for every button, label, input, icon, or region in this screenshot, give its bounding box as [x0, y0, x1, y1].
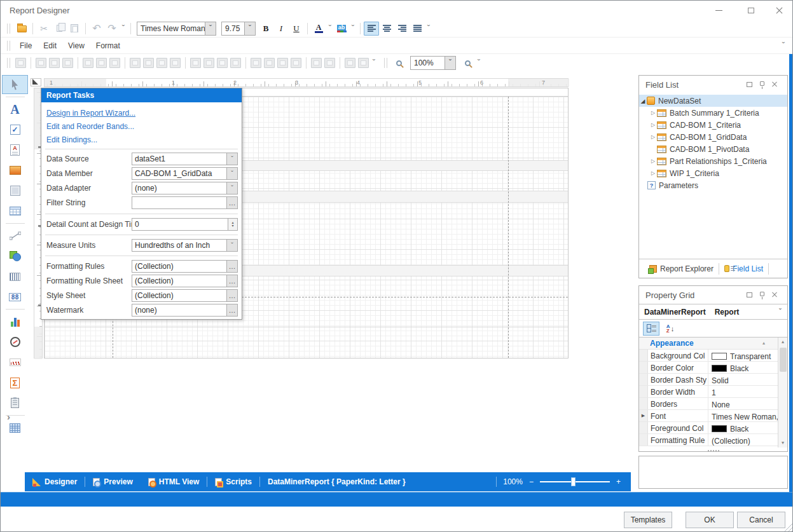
property-row[interactable]: Border Dash Sty Solid [639, 374, 778, 386]
tab-designer[interactable]: Designer [25, 472, 85, 491]
ellipsis-icon[interactable]: … [226, 275, 237, 287]
property-grid-scrollbar[interactable]: ▴ ▾ [778, 338, 787, 447]
chevron-down-icon[interactable]: ˇ [445, 57, 455, 69]
data-member-combo[interactable]: CAD-BOM 1_GridDataˇ [132, 167, 238, 180]
zoom-slider-thumb[interactable] [571, 477, 576, 486]
zoom-out-button[interactable] [391, 56, 406, 70]
toolbox-label[interactable]: A [2, 100, 28, 119]
tree-node-table[interactable]: CAD-BOM 1_PivotData [639, 143, 787, 155]
font-color-button[interactable]: A [311, 22, 326, 36]
watermark-editor[interactable]: (none)… [132, 304, 238, 317]
h-spacing-increase-icon[interactable] [203, 58, 214, 68]
style-sheet-editor[interactable]: (Collection)… [132, 289, 238, 302]
zoom-in-button[interactable] [460, 56, 475, 70]
tree-node-parameters[interactable]: ? Parameters [639, 179, 787, 191]
zoom-chevron-icon[interactable]: ˇ [475, 60, 483, 65]
tree-node-table[interactable]: ▷ Batch Summary 1_Criteria [639, 107, 787, 119]
size-to-grid2-icon[interactable] [143, 58, 154, 68]
cancel-button[interactable]: Cancel [737, 512, 785, 528]
center-horizontally-icon[interactable] [311, 58, 322, 68]
align-center-button[interactable] [379, 22, 394, 36]
edit-and-reorder-bands-link[interactable]: Edit and Reorder Bands... [46, 122, 134, 131]
close-button[interactable] [765, 1, 793, 20]
highlight-chevron-icon[interactable]: ˇ [349, 26, 357, 31]
chevron-down-icon[interactable]: ˇ [205, 22, 216, 35]
tree-node-table[interactable]: ▷ CAD-BOM 1_GridData [639, 131, 787, 143]
tree-node-table[interactable]: ▷ WIP 1_Criteria [639, 167, 787, 179]
bold-button[interactable]: B [258, 22, 273, 36]
chevron-down-icon[interactable]: ˇ [226, 153, 237, 165]
tree-node-root[interactable]: ◢ NewDataSet [639, 95, 787, 107]
alphabetical-sort-button[interactable]: AZ ↓ [662, 322, 679, 336]
panel-splitter[interactable] [639, 447, 787, 453]
chevron-down-icon[interactable]: ˇ [244, 22, 255, 35]
minimize-button[interactable] [705, 1, 733, 20]
toolbox-summary[interactable]: Σ [2, 373, 28, 392]
restore-panel-button[interactable] [743, 290, 755, 300]
measure-units-combo[interactable]: Hundredths of an Inchˇ [132, 239, 238, 252]
toolbox-overflow-chevron-icon[interactable]: › [7, 411, 10, 422]
font-size-combo[interactable]: 9.75 ˇ [221, 22, 256, 36]
chevron-down-icon[interactable]: ˇ [226, 182, 237, 194]
edit-bindings-link[interactable]: Edit Bindings... [46, 135, 97, 144]
expand-icon[interactable]: ▷ [649, 158, 657, 164]
expand-icon[interactable]: ▶ [642, 413, 645, 418]
align-right-button[interactable] [394, 22, 410, 36]
zoom-out-button[interactable]: − [529, 477, 534, 486]
toolbox-chart[interactable] [2, 312, 28, 331]
expand-icon[interactable]: ▷ [649, 122, 657, 128]
redo-button[interactable]: ↷ [104, 22, 120, 36]
toolbox-sparkline[interactable] [2, 353, 28, 372]
restore-panel-button[interactable] [743, 79, 755, 90]
same-width-icon[interactable] [130, 58, 141, 68]
menu-view[interactable]: View [62, 39, 90, 53]
v-spacing-decrease-icon[interactable] [277, 58, 288, 68]
toolbox-barcode[interactable] [2, 267, 28, 286]
property-row[interactable]: Border Width 1 [639, 386, 778, 398]
zoom-in-button[interactable]: + [616, 477, 621, 486]
ellipsis-icon[interactable]: … [226, 304, 237, 316]
tab-scripts[interactable]: Scripts [207, 472, 259, 491]
property-row[interactable]: Formatting Rule (Collection) [639, 434, 778, 446]
collapse-icon[interactable]: ◢ [639, 98, 647, 104]
property-row[interactable]: Background Col Transparent [639, 350, 778, 362]
toolbox-panel[interactable] [2, 181, 28, 200]
highlight-button[interactable]: ab [334, 22, 349, 36]
toolbox-gauge[interactable] [2, 332, 28, 351]
object-selector-combo[interactable]: DataMinerReport Report ˇ [639, 304, 787, 320]
same-size-icon[interactable] [170, 58, 181, 68]
tab-html-view[interactable]: HTML View [141, 472, 207, 491]
pin-panel-button[interactable] [755, 290, 768, 300]
align-justify-button[interactable] [410, 22, 425, 36]
toolbox-pointer[interactable] [2, 75, 28, 94]
paste-button[interactable] [67, 22, 82, 36]
spin-down-icon[interactable]: ▾ [231, 224, 233, 228]
align-rights-icon[interactable] [62, 58, 73, 68]
align-centers-icon[interactable] [49, 58, 60, 68]
menu-file[interactable]: File [14, 39, 38, 53]
data-adapter-combo[interactable]: (none)ˇ [132, 182, 238, 194]
toolbox-checkbox[interactable]: ✓ [2, 120, 28, 139]
formatting-rules-editor[interactable]: (Collection)… [132, 260, 238, 273]
v-spacing-increase-icon[interactable] [264, 58, 275, 68]
toolbox-shape[interactable] [2, 247, 28, 266]
maximize-button[interactable] [736, 1, 765, 20]
toolbox-table[interactable] [2, 201, 28, 221]
ellipsis-icon[interactable]: … [226, 197, 237, 208]
align-lefts-icon[interactable] [36, 58, 46, 68]
property-row[interactable]: Borders None [639, 398, 778, 410]
ellipsis-icon[interactable]: … [226, 261, 237, 272]
h-spacing-equal-icon[interactable] [190, 58, 201, 68]
bring-to-front-icon[interactable] [345, 58, 355, 68]
open-button[interactable] [14, 22, 29, 36]
align-left-button[interactable] [364, 22, 379, 36]
v-spacing-remove-icon[interactable] [291, 58, 301, 68]
chevron-down-icon[interactable]: ˇ [226, 240, 237, 251]
collapse-category-icon[interactable]: ▴ [762, 340, 765, 346]
align-middles-icon[interactable] [96, 58, 107, 68]
same-height-icon[interactable] [156, 58, 167, 68]
chevron-down-icon[interactable]: ˇ [773, 304, 787, 319]
toolbox-zipcode[interactable]: 88 [2, 287, 28, 306]
close-panel-button[interactable] [768, 79, 781, 90]
category-row[interactable]: Appearance ▴ [639, 338, 778, 350]
